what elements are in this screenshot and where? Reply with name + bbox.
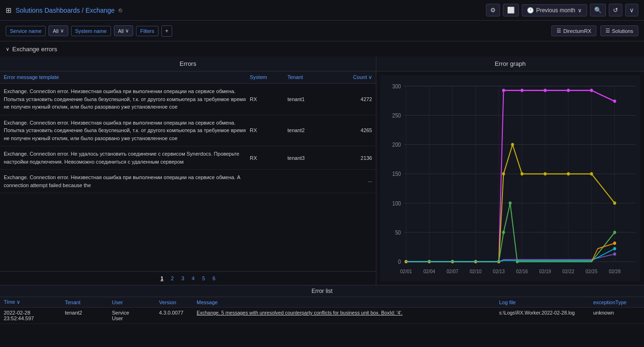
breadcrumb-prefix: Solutions Dashboards / bbox=[16, 7, 86, 14]
svg-text:300: 300 bbox=[392, 83, 401, 90]
tenant-1: tenant1 bbox=[287, 87, 334, 111]
header-version[interactable]: Version bbox=[159, 299, 197, 305]
error-list-title: Error list bbox=[0, 285, 644, 297]
svg-text:02/22: 02/22 bbox=[563, 268, 574, 274]
page-2-button[interactable]: 2 bbox=[168, 275, 176, 282]
errors-panel-title: Errors bbox=[0, 56, 376, 71]
svg-text:100: 100 bbox=[392, 200, 401, 207]
pagination: 1 2 3 4 5 6 bbox=[0, 271, 376, 285]
table-row[interactable]: Exchange. Connection error. Не удалось у… bbox=[0, 146, 376, 170]
svg-text:02/16: 02/16 bbox=[516, 268, 528, 274]
table-row[interactable]: Exchange. Connection error. Неизвестная … bbox=[0, 115, 376, 147]
svg-point-56 bbox=[590, 172, 593, 175]
svg-point-43 bbox=[567, 89, 570, 92]
count-2: 4265 bbox=[334, 119, 372, 142]
svg-text:02/04: 02/04 bbox=[423, 268, 435, 274]
add-filter-button[interactable]: + bbox=[161, 25, 172, 37]
svg-point-53 bbox=[521, 172, 524, 175]
section-header[interactable]: ∨ Exchange errors bbox=[0, 41, 644, 56]
header-tenant[interactable]: Tenant bbox=[65, 299, 112, 305]
header-system[interactable]: System bbox=[250, 74, 287, 80]
error-message-2: Exchange. Connection error. Неизвестная … bbox=[4, 119, 250, 142]
breadcrumb-link[interactable]: Exchange bbox=[86, 7, 115, 14]
filterbar-right: ☰ DirectumRX ☰ Solutions bbox=[551, 25, 638, 36]
errors-table-header: Error message template System Tenant Cou… bbox=[0, 71, 376, 84]
refresh-button[interactable]: ↺ bbox=[609, 4, 622, 16]
error-message-4: Exchange. Connection error. Неизвестная … bbox=[4, 174, 250, 189]
svg-text:150: 150 bbox=[392, 171, 401, 178]
errors-panel: Errors Error message template System Ten… bbox=[0, 56, 376, 285]
header-log-file[interactable]: Log file bbox=[499, 299, 593, 305]
page-4-button[interactable]: 4 bbox=[190, 275, 197, 282]
graph-canvas: 300 250 200 150 100 50 0 02/01 02/04 02/… bbox=[376, 71, 644, 285]
system-name-value: All bbox=[118, 28, 124, 34]
svg-point-64 bbox=[613, 242, 616, 245]
table-row[interactable]: Exchange. Connection error. Неизвестная … bbox=[0, 170, 376, 193]
svg-text:02/13: 02/13 bbox=[493, 268, 505, 274]
header-count[interactable]: Count ∨ bbox=[334, 74, 372, 80]
svg-text:200: 200 bbox=[392, 141, 401, 148]
topbar-right: ⚙ ⬜ 🕐 Previous month ∨ 🔍 ↺ ∨ bbox=[486, 4, 638, 16]
page-6-button[interactable]: 6 bbox=[210, 275, 218, 282]
time-range-label: Previous month bbox=[536, 7, 575, 14]
header-message[interactable]: Error message template bbox=[4, 74, 250, 80]
clock-icon: 🕐 bbox=[527, 7, 534, 14]
filterbar: Service name All ∨ System name All ∨ Fil… bbox=[0, 21, 644, 41]
error-list-row[interactable]: 2022-02-28 23:52:44.597 tenant2 Service … bbox=[0, 308, 644, 324]
svg-point-41 bbox=[521, 89, 524, 92]
system-name-chevron: ∨ bbox=[125, 28, 129, 34]
filters-button[interactable]: Filters bbox=[136, 26, 159, 36]
svg-point-52 bbox=[511, 143, 514, 146]
tenant-4 bbox=[287, 174, 334, 189]
header-tenant[interactable]: Tenant bbox=[287, 74, 334, 80]
row-message[interactable]: Exchange. 5 messages with unresolved cou… bbox=[197, 310, 499, 321]
page-3-button[interactable]: 3 bbox=[179, 275, 186, 282]
row-time: 2022-02-28 23:52:44.597 bbox=[4, 310, 65, 321]
view-solutions-button[interactable]: ☰ Solutions bbox=[600, 25, 638, 36]
system-2: RX bbox=[250, 119, 287, 142]
service-name-value: All bbox=[53, 28, 58, 34]
system-name-select[interactable]: All ∨ bbox=[114, 25, 133, 36]
row-tenant: tenant2 bbox=[65, 310, 112, 321]
view-directumrx-button[interactable]: ☰ DirectumRX bbox=[551, 25, 596, 36]
share-icon[interactable]: ⎋ bbox=[119, 7, 122, 14]
error-message-1: Exchange. Connection error. Неизвестная … bbox=[4, 87, 250, 111]
topbar-left: ⊞ Solutions Dashboards / Exchange ⎋ bbox=[6, 6, 122, 15]
service-name-select[interactable]: All ∨ bbox=[48, 25, 68, 36]
settings-button[interactable]: ⚙ bbox=[486, 4, 500, 16]
svg-point-54 bbox=[544, 172, 547, 175]
header-exception-type[interactable]: exceptionType bbox=[593, 299, 640, 305]
topbar: ⊞ Solutions Dashboards / Exchange ⎋ ⚙ ⬜ … bbox=[0, 0, 644, 21]
header-message[interactable]: Message bbox=[197, 299, 499, 305]
display-button[interactable]: ⬜ bbox=[503, 4, 519, 16]
svg-point-62 bbox=[613, 252, 616, 256]
svg-point-58 bbox=[502, 231, 505, 234]
breadcrumb: Solutions Dashboards / Exchange bbox=[16, 7, 115, 14]
search-button[interactable]: 🔍 bbox=[590, 4, 606, 16]
graph-panel-title: Error graph bbox=[376, 56, 644, 71]
time-range-button[interactable]: 🕐 Previous month ∨ bbox=[522, 4, 587, 16]
svg-point-61 bbox=[613, 231, 616, 234]
svg-point-45 bbox=[613, 100, 616, 103]
svg-rect-0 bbox=[380, 75, 640, 281]
table-row[interactable]: Exchange. Connection error. Неизвестная … bbox=[0, 84, 376, 115]
error-list-header: Time ∨ Tenant User Version Message Log f… bbox=[0, 297, 644, 308]
page-1-button[interactable]: 1 bbox=[158, 275, 166, 282]
graph-panel: Error graph 300 250 200 150 100 bbox=[376, 56, 644, 285]
service-name-label[interactable]: Service name bbox=[6, 26, 46, 36]
page-5-button[interactable]: 5 bbox=[200, 275, 207, 282]
svg-point-63 bbox=[613, 247, 616, 250]
svg-point-51 bbox=[502, 172, 505, 175]
system-1: RX bbox=[250, 87, 287, 111]
section-chevron: ∨ bbox=[6, 46, 9, 52]
grid-icon: ⊞ bbox=[6, 6, 12, 15]
header-user[interactable]: User bbox=[112, 299, 159, 305]
row-version: 4.3.0.0077 bbox=[159, 310, 197, 321]
row-user: Service User bbox=[112, 310, 159, 321]
more-button[interactable]: ∨ bbox=[625, 4, 638, 16]
header-time[interactable]: Time ∨ bbox=[4, 299, 65, 305]
svg-text:0: 0 bbox=[398, 258, 401, 265]
tenant-2: tenant2 bbox=[287, 119, 334, 142]
svg-text:02/10: 02/10 bbox=[470, 268, 482, 274]
system-name-label[interactable]: System name bbox=[71, 26, 111, 36]
